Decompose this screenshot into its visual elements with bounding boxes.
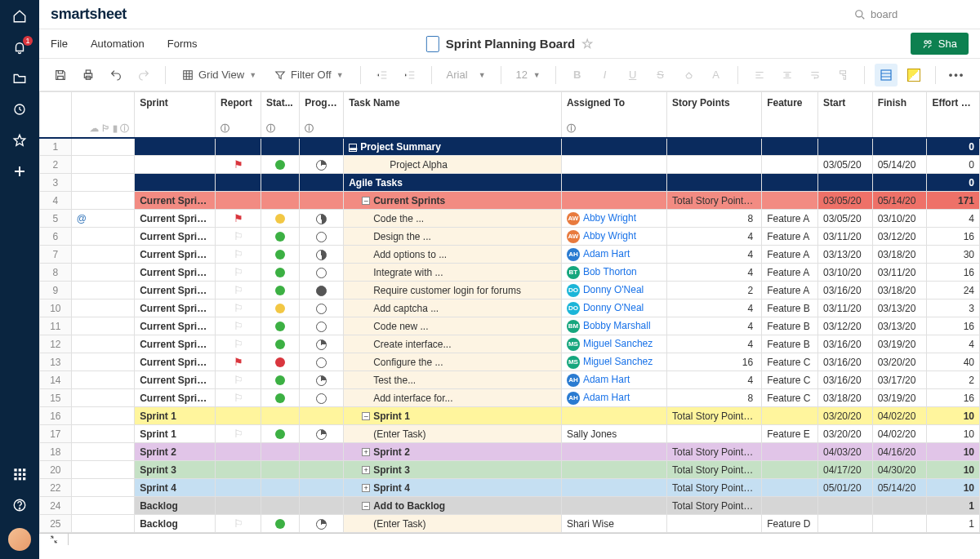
cell-progress[interactable] <box>300 497 344 515</box>
row-attachments[interactable] <box>71 407 134 425</box>
cell-start[interactable]: 03/11/20 <box>818 228 873 246</box>
cell-status[interactable] <box>261 389 300 407</box>
menu-file[interactable]: File <box>51 38 68 50</box>
cell-status[interactable] <box>261 299 300 317</box>
redo-icon[interactable] <box>132 64 155 87</box>
cell-start[interactable]: 03/13/20 <box>818 246 873 264</box>
cell-assigned[interactable] <box>561 138 666 156</box>
format-painter-icon[interactable] <box>831 64 854 87</box>
cell-points[interactable] <box>666 138 761 156</box>
cell-report[interactable] <box>216 461 261 479</box>
font-family-select[interactable]: Arial▼ <box>442 66 491 83</box>
cell-report[interactable]: ⚐ <box>216 264 261 282</box>
table-row[interactable]: 3Agile Tasks0 <box>40 174 980 192</box>
cell-effort[interactable]: 0 <box>927 156 980 174</box>
cell-finish[interactable]: 03/13/20 <box>872 317 927 335</box>
cell-start[interactable]: 03/16/20 <box>818 282 873 299</box>
cell-task[interactable]: Add captcha ... <box>344 299 562 317</box>
table-row[interactable]: 1▬Project Summary0 <box>40 138 980 156</box>
cell-feature[interactable]: Feature A <box>762 264 818 282</box>
cell-progress[interactable] <box>300 228 344 246</box>
cell-task[interactable]: Project Alpha <box>344 156 562 174</box>
cell-status[interactable] <box>261 156 300 174</box>
row-attachments[interactable] <box>71 192 134 210</box>
cell-finish[interactable]: 05/14/20 <box>872 156 927 174</box>
strikethrough-icon[interactable]: S <box>649 64 672 87</box>
cell-points[interactable]: 4 <box>666 371 761 389</box>
table-row[interactable]: 18Sprint 2+Sprint 2Total Story Points: 0… <box>40 443 980 461</box>
cell-effort[interactable]: 10 <box>927 407 980 425</box>
cell-task[interactable]: +Sprint 4 <box>344 479 562 497</box>
row-attachments[interactable] <box>71 317 134 335</box>
collapse-toggle[interactable]: + <box>362 484 370 492</box>
row-attachments[interactable] <box>71 443 134 461</box>
cell-start[interactable]: 03/20/20 <box>818 425 873 443</box>
cell-progress[interactable] <box>300 425 344 443</box>
col-feature[interactable]: Feature <box>762 92 818 138</box>
cell-effort[interactable]: 10 <box>927 425 980 443</box>
cell-task[interactable]: ▬Project Summary <box>344 138 562 156</box>
cell-finish[interactable]: 03/19/20 <box>872 389 927 407</box>
folder-icon[interactable] <box>11 70 28 87</box>
cell-feature[interactable] <box>762 443 818 461</box>
cell-sprint[interactable]: Backlog <box>135 497 216 515</box>
cell-start[interactable]: 03/05/20 <box>818 156 873 174</box>
cell-progress[interactable] <box>300 407 344 425</box>
cell-finish[interactable]: 05/14/20 <box>872 479 927 497</box>
row-attachments[interactable] <box>71 497 134 515</box>
cell-feature[interactable]: Feature C <box>762 371 818 389</box>
cell-effort[interactable]: 4 <box>927 210 980 228</box>
col-assigned[interactable]: Assigned Toⓘ <box>561 92 666 138</box>
cell-feature[interactable]: Feature C <box>762 353 818 371</box>
cell-status[interactable] <box>261 138 300 156</box>
fill-color-icon[interactable] <box>677 64 700 87</box>
cell-report[interactable]: ⚐ <box>216 371 261 389</box>
cell-assigned[interactable]: MSMiguel Sanchez <box>561 353 666 371</box>
col-effort[interactable]: Effort Estimate (hours) <box>927 92 980 138</box>
cell-points[interactable] <box>666 515 761 533</box>
col-task[interactable]: Task Name <box>344 92 562 138</box>
cell-feature[interactable]: Feature E <box>762 425 818 443</box>
cell-assigned[interactable]: DODonny O'Neal <box>561 299 666 317</box>
cell-finish[interactable]: 03/10/20 <box>872 210 927 228</box>
table-row[interactable]: 16Sprint 1–Sprint 1Total Story Points: 0… <box>40 407 980 425</box>
row-attachments[interactable] <box>71 246 134 264</box>
cell-points[interactable]: 2 <box>666 282 761 299</box>
cell-status[interactable] <box>261 317 300 335</box>
cell-assigned[interactable] <box>561 461 666 479</box>
cell-assigned[interactable] <box>561 443 666 461</box>
cell-assigned[interactable]: AHAdam Hart <box>561 389 666 407</box>
cell-points[interactable]: 8 <box>666 389 761 407</box>
cell-effort[interactable]: 10 <box>927 479 980 497</box>
cell-feature[interactable]: Feature D <box>762 515 818 533</box>
table-row[interactable]: 24Backlog–Add to BacklogTotal Story Poin… <box>40 497 980 515</box>
col-progress[interactable]: Progr...ⓘ <box>300 92 344 138</box>
table-row[interactable]: 17Sprint 1⚐(Enter Task)Sally JonesFeatur… <box>40 425 980 443</box>
table-row[interactable]: 12Current Sprints⚐Create interface...MSM… <box>40 335 980 353</box>
cell-assigned[interactable] <box>561 192 666 210</box>
row-attachments[interactable] <box>71 264 134 282</box>
cell-effort[interactable]: 4 <box>927 335 980 353</box>
text-color-icon[interactable]: A <box>705 64 728 87</box>
align-icon[interactable] <box>748 64 771 87</box>
recent-icon[interactable] <box>11 101 28 118</box>
cell-progress[interactable] <box>300 371 344 389</box>
cell-sprint[interactable] <box>135 138 216 156</box>
cell-start[interactable]: 05/01/20 <box>818 479 873 497</box>
underline-icon[interactable]: U <box>621 64 644 87</box>
cell-feature[interactable]: Feature C <box>762 389 818 407</box>
cell-progress[interactable] <box>300 335 344 353</box>
cell-assigned[interactable] <box>561 497 666 515</box>
cell-sprint[interactable]: Sprint 3 <box>135 461 216 479</box>
cell-sprint[interactable]: Current Sprints <box>135 371 216 389</box>
cell-effort[interactable]: 30 <box>927 246 980 264</box>
cell-task[interactable]: Add interface for... <box>344 389 562 407</box>
collapse-toggle[interactable]: + <box>362 466 370 474</box>
cell-assigned[interactable]: AWAbby Wright <box>561 210 666 228</box>
favorites-icon[interactable] <box>11 132 28 149</box>
cell-sprint[interactable] <box>135 156 216 174</box>
font-size-select[interactable]: 12▼ <box>511 66 546 83</box>
table-row[interactable]: 7Current Sprints⚐Add options to ...AHAda… <box>40 246 980 264</box>
row-attachments[interactable] <box>71 425 134 443</box>
cell-finish[interactable] <box>872 515 927 533</box>
